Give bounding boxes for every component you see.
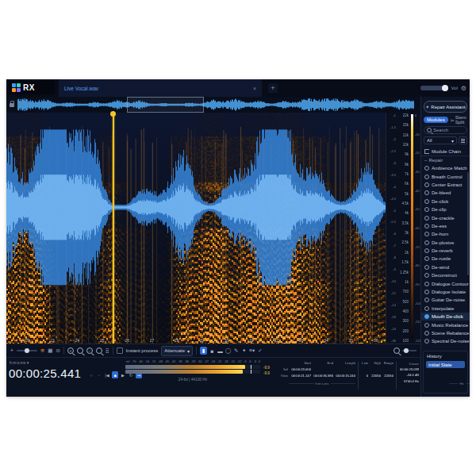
module-item[interactable]: De-crackle bbox=[421, 213, 470, 221]
playhead-line[interactable] bbox=[113, 113, 114, 344]
module-item[interactable]: De-hum bbox=[421, 230, 470, 238]
peak-readout-left: -9.9 bbox=[263, 366, 270, 370]
transport-button[interactable]: |◀ bbox=[104, 371, 110, 378]
time-tick: 35 bbox=[349, 338, 354, 343]
module-item[interactable]: Scene Rebalance bbox=[421, 329, 470, 337]
zoom-slider[interactable] bbox=[402, 350, 416, 351]
legend-label: 0 bbox=[415, 113, 416, 117]
module-item[interactable]: De-plosive bbox=[421, 239, 470, 247]
module-icon bbox=[424, 240, 429, 245]
tab-close-icon[interactable]: × bbox=[253, 86, 256, 91]
volume-knob[interactable] bbox=[442, 85, 448, 91]
module-item[interactable]: Music Rebalance bbox=[421, 321, 470, 328]
selection-tool[interactable]: ◯ bbox=[225, 347, 231, 355]
spectrogram-view[interactable]: 222324252627282930313233343536 bbox=[6, 113, 386, 344]
process-mode-dropdown[interactable]: Attenuate ▾ bbox=[161, 346, 193, 356]
amp-label: -5.5 bbox=[390, 220, 396, 224]
module-item[interactable]: Breath Control bbox=[421, 172, 470, 180]
layout-grid-icon[interactable]: ▦ bbox=[48, 348, 52, 354]
module-item[interactable]: Deconstruct bbox=[421, 271, 470, 279]
module-item[interactable]: De-bleed bbox=[421, 189, 470, 197]
sidebar-scrollbar[interactable] bbox=[467, 172, 469, 275]
tab-stem-split[interactable]: ✂ Stem Split bbox=[451, 115, 467, 125]
file-tab[interactable]: Live Vocal.wav × bbox=[59, 79, 262, 97]
repair-assistant-button[interactable]: ✦ Repair Assistant bbox=[424, 101, 467, 113]
blend-icon[interactable]: + bbox=[10, 348, 13, 354]
history-panel: History Initial State bbox=[423, 351, 468, 393]
meter-left bbox=[125, 365, 260, 369]
legend-label: -30 bbox=[415, 170, 420, 174]
selection-tool[interactable]: ✦ bbox=[241, 347, 247, 355]
tab-modules[interactable]: Modules bbox=[424, 117, 448, 123]
pan-hand-icon[interactable]: ⣿ bbox=[106, 348, 109, 354]
zoom-selection-icon[interactable] bbox=[77, 347, 83, 354]
overview-waveform-canvas[interactable] bbox=[17, 98, 414, 111]
module-item[interactable]: Dialogue Isolate bbox=[421, 288, 470, 296]
sel-start[interactable]: 00:00:23.000 bbox=[289, 367, 311, 371]
overview-view-rectangle[interactable] bbox=[127, 97, 204, 113]
module-item[interactable]: De-clip bbox=[421, 205, 470, 213]
module-item[interactable]: Interpolate bbox=[421, 305, 470, 313]
transport-button[interactable]: ■ bbox=[112, 371, 118, 378]
freq-low[interactable]: 0 bbox=[360, 374, 368, 378]
selection-tool[interactable]: ▬ bbox=[217, 347, 223, 355]
amp-label: -9 bbox=[393, 267, 396, 271]
module-item[interactable]: Ambience Match bbox=[421, 164, 470, 172]
legend-label: -80 bbox=[415, 263, 420, 267]
transport-button[interactable]: ◦ bbox=[96, 371, 102, 378]
amp-label: -7 bbox=[393, 244, 396, 248]
waveform-overview[interactable] bbox=[6, 97, 420, 113]
module-item[interactable]: Spectral De-noise bbox=[421, 337, 470, 345]
history-clock-icon[interactable]: ⊙ bbox=[56, 348, 60, 354]
blend-slider[interactable] bbox=[17, 350, 37, 351]
selection-tool[interactable]: ▮ bbox=[200, 347, 207, 355]
time-format-selector[interactable]: h:m:s.ms ▾ bbox=[10, 360, 29, 365]
time-tick: 28 bbox=[175, 338, 179, 343]
volume-slider[interactable] bbox=[420, 86, 447, 90]
zoom-out-icon[interactable]: − bbox=[86, 347, 93, 354]
module-item[interactable]: De-wind bbox=[421, 263, 470, 271]
freq-range[interactable]: 22050 bbox=[381, 374, 393, 378]
section-repair[interactable]: − Repair bbox=[421, 156, 470, 164]
view-length[interactable]: 00:00:15.240 bbox=[333, 374, 355, 378]
module-chain-item[interactable]: Module Chain bbox=[421, 147, 470, 156]
stem-split-icon: ✂ bbox=[451, 117, 455, 123]
spectrogram-canvas[interactable] bbox=[6, 113, 386, 344]
magnifier-icon[interactable] bbox=[393, 347, 400, 354]
time-tick: 34 bbox=[324, 338, 328, 343]
zoom-fit-icon[interactable] bbox=[96, 347, 102, 354]
module-icon bbox=[424, 290, 429, 294]
freq-high[interactable]: 22050 bbox=[368, 374, 381, 378]
gear-icon[interactable]: ⚙ bbox=[461, 85, 466, 92]
amp-label: -10 bbox=[391, 279, 396, 283]
zoom-in-icon[interactable]: + bbox=[67, 347, 74, 354]
view-end[interactable]: 00:00:36.586 bbox=[311, 374, 333, 378]
instant-process-checkbox[interactable] bbox=[117, 347, 123, 354]
module-search-input[interactable]: Search bbox=[424, 126, 467, 134]
history-item[interactable]: Initial State bbox=[426, 361, 465, 368]
spectrogram-settings-icon[interactable]: ≋ bbox=[40, 348, 44, 354]
module-item[interactable]: De-reverb bbox=[421, 247, 470, 255]
selection-tool[interactable]: ■ bbox=[209, 347, 215, 355]
module-item[interactable]: Center Extract bbox=[421, 181, 470, 189]
meter-scale-label: -33 bbox=[191, 360, 196, 363]
new-tab-button[interactable]: + bbox=[268, 83, 278, 93]
category-dropdown[interactable]: All ▾ bbox=[424, 136, 457, 144]
sidebar-tabs: Modules ✂ Stem Split bbox=[421, 116, 470, 124]
module-item[interactable]: De-click bbox=[421, 198, 470, 205]
module-item[interactable]: De-ess bbox=[421, 222, 470, 230]
selection-tool[interactable]: ✓ bbox=[257, 347, 263, 355]
playhead-handle[interactable] bbox=[110, 111, 116, 117]
module-item[interactable]: Dialogue Contour bbox=[421, 279, 470, 287]
selection-tool[interactable]: ≡▾ bbox=[249, 347, 255, 355]
module-icon bbox=[424, 248, 429, 253]
selection-tool[interactable]: ✎ bbox=[233, 347, 239, 355]
view-start[interactable]: 00:00:21.147 bbox=[289, 374, 311, 378]
list-view-button[interactable] bbox=[459, 136, 467, 144]
transport-button[interactable]: ○ bbox=[88, 371, 94, 378]
time-tick: 31 bbox=[249, 338, 254, 343]
module-item[interactable]: De-rustle bbox=[421, 255, 470, 263]
lock-icon[interactable] bbox=[10, 103, 14, 107]
module-item[interactable]: Guitar De-noise bbox=[421, 296, 470, 304]
module-item[interactable]: Mouth De-click bbox=[421, 313, 470, 321]
